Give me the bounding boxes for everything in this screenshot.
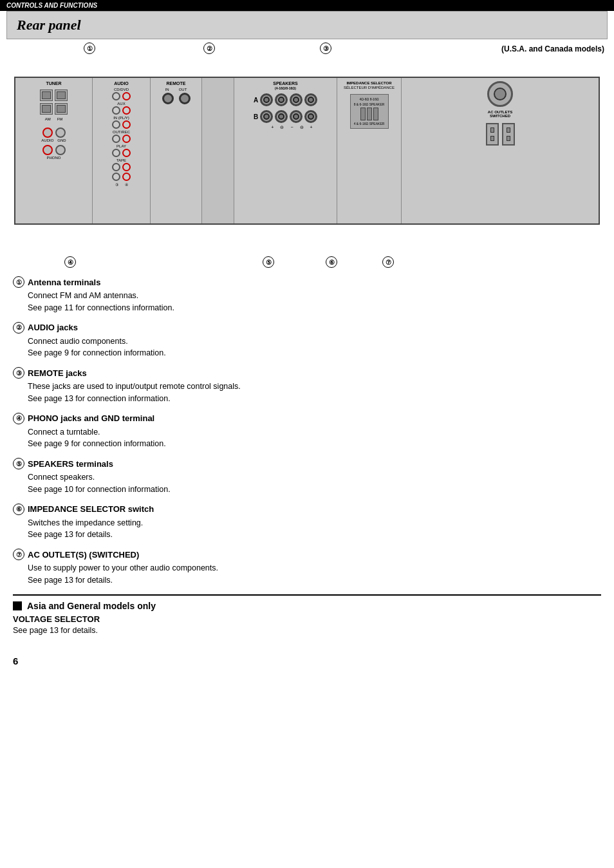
diagram-wrapper: (U.S.A. and Canada models) ① ② ③ TUNER [0, 39, 614, 273]
callout-1: ① [84, 42, 95, 54]
speaker-a-row: A [254, 93, 317, 106]
circle-6: ⑥ [13, 504, 24, 515]
callout-2: ② [203, 42, 215, 54]
content-area: ① Antenna terminals Connect FM and AM an… [0, 273, 614, 649]
voltage-title: VOLTAGE SELECTOR [13, 614, 601, 624]
tuner-label: TUNER [46, 81, 61, 86]
tape-label: TAPE [116, 158, 126, 162]
section-header: Rear panel [6, 11, 608, 39]
out-rec-label: OUT/REC [113, 130, 130, 134]
desc-title-5: ⑤ SPEAKERS terminals [13, 458, 601, 469]
circle-1: ① [13, 276, 24, 288]
desc-item-5: ⑤ SPEAKERS terminals Connect speakers. S… [13, 458, 601, 496]
audio-gnd-label: AUDIOGND [41, 138, 66, 142]
fm-am-label: AMFM [45, 117, 63, 121]
impedance-section: IMPEDANCE SELECTORSÉLECTEUR D'IMPÉDANCE … [337, 78, 402, 223]
tape-nums: ③ ④ [115, 182, 128, 187]
polarity-labels: +⊖−⊖+ [258, 125, 312, 130]
callout-6: ⑥ [326, 256, 337, 268]
ply-label: IN (PL/Y) [113, 116, 129, 120]
speakers-label: SPEAKERS(4-16Ω/8-16Ω) [273, 81, 298, 90]
top-bar-label: CONTROLS AND FUNCTIONS [6, 2, 97, 9]
desc-body-3: These jacks are used to input/output rem… [28, 381, 601, 405]
aux-jacks [112, 106, 131, 115]
speaker-b-row: B [254, 110, 317, 123]
desc-item-2: ② AUDIO jacks Connect audio components. … [13, 322, 601, 360]
desc-title-1: ① Antenna terminals [13, 276, 601, 288]
remote-jacks [162, 93, 191, 104]
desc-item-7: ⑦ AC OUTLET(S) (SWITCHED) Use to supply … [13, 549, 601, 587]
desc-item-4: ④ PHONO jacks and GND terminal Connect a… [13, 413, 601, 451]
phono-jacks [42, 145, 66, 155]
desc-item-6: ⑥ IMPEDANCE SELECTOR switch Switches the… [13, 504, 601, 542]
impedance-switch-diagram: 4Ω-6Ω 8-16Ω 8 & 6-16Ω SPEAKER 4 & 6-16Ω … [350, 94, 389, 129]
power-socket-icon [487, 81, 513, 107]
antenna-blocks [40, 90, 68, 115]
speakers-section: SPEAKERS(4-16Ω/8-16Ω) A B +⊖−⊖+ [234, 78, 337, 223]
ac-outlets-label: AC OUTLETSSWITCHED [488, 110, 512, 118]
circle-3: ③ [13, 367, 24, 379]
circle-5: ⑤ [13, 458, 24, 469]
bottom-callouts: ④ ⑤ ⑥ ⑦ [0, 256, 614, 268]
phono-label: PHONO [46, 156, 60, 160]
desc-item-3: ③ REMOTE jacks These jacks are used to i… [13, 367, 601, 405]
usa-label: (U.S.A. and Canada models) [501, 44, 604, 53]
page-number-area: 6 [13, 656, 614, 666]
remote-label: REMOTE [167, 81, 186, 86]
asia-section-header: Asia and General models only [13, 601, 601, 611]
cd-jacks [112, 92, 131, 100]
desc-title-4: ④ PHONO jacks and GND terminal [13, 413, 601, 424]
desc-item-1: ① Antenna terminals Connect FM and AM an… [13, 276, 601, 314]
tuner-jacks [42, 127, 66, 138]
page-number: 6 [13, 656, 18, 666]
in-out-labels: INOUT [165, 88, 187, 91]
ac-outlets-section: AC OUTLETSSWITCHED [402, 78, 599, 223]
section-divider-line [13, 594, 601, 596]
desc-body-1: Connect FM and AM antennas. See page 11 … [28, 290, 601, 314]
black-square-icon [13, 601, 22, 610]
callout-4: ④ [64, 256, 76, 268]
circle-7: ⑦ [13, 549, 24, 560]
desc-body-4: Connect a turntable. See page 9 for conn… [28, 426, 601, 451]
aux-label: AUX [117, 102, 125, 106]
top-bar: CONTROLS AND FUNCTIONS [0, 0, 614, 11]
callout-5: ⑤ [263, 256, 274, 268]
circle-4: ④ [13, 413, 24, 424]
desc-body-2: Connect audio components. See page 9 for… [28, 335, 601, 360]
gap-section [202, 78, 234, 223]
desc-body-5: Connect speakers. See page 10 for connec… [28, 471, 601, 496]
desc-title-7: ⑦ AC OUTLET(S) (SWITCHED) [13, 549, 601, 560]
out-rec-jacks [112, 135, 131, 143]
cd-label: CD/DVD [114, 88, 129, 91]
voltage-selector: VOLTAGE SELECTOR See page 13 for details… [13, 614, 601, 635]
audio-section: AUDIO CD/DVD AUX IN (PL/Y) OUT/REC [93, 78, 151, 223]
desc-title-2: ② AUDIO jacks [13, 322, 601, 334]
tuner-section: TUNER [15, 78, 93, 223]
impedance-label: IMPEDANCE SELECTORSÉLECTEUR D'IMPÉDANCE [344, 81, 395, 90]
audio-label: AUDIO [114, 81, 129, 86]
voltage-body: See page 13 for details. [13, 626, 601, 635]
callout-3: ③ [320, 42, 331, 54]
desc-title-6: ⑥ IMPEDANCE SELECTOR switch [13, 504, 601, 515]
circle-2: ② [13, 322, 24, 334]
play-jacks [112, 149, 131, 157]
desc-body-6: Switches the impedance setting. See page… [28, 517, 601, 542]
tape-jacks-row1 [112, 163, 131, 171]
rear-panel: TUNER [14, 77, 600, 225]
section-title: Rear panel [17, 17, 597, 33]
callout-7: ⑦ [382, 256, 394, 268]
desc-title-3: ③ REMOTE jacks [13, 367, 601, 379]
remote-section: REMOTE INOUT [151, 78, 202, 223]
play-label: PLAY [116, 144, 126, 148]
tape-jacks-row2 [112, 173, 131, 181]
desc-body-7: Use to supply power to your other audio … [28, 562, 601, 587]
outlet-slots [486, 123, 515, 146]
ply-jacks [112, 120, 131, 129]
